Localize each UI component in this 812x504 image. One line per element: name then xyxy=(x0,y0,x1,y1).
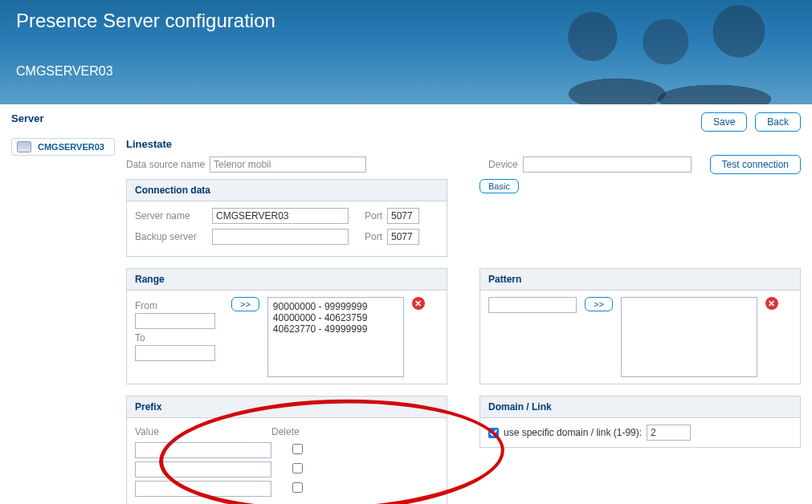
device-input[interactable] xyxy=(523,156,692,173)
range-to-input[interactable] xyxy=(135,345,215,361)
pattern-list[interactable] xyxy=(621,297,757,377)
prefix-value-input[interactable] xyxy=(135,442,271,458)
page-title: Presence Server configuration xyxy=(16,10,796,32)
pattern-panel: Pattern >> ✕ xyxy=(479,268,801,384)
domain-panel: Domain / Link use specific domain / link… xyxy=(479,396,801,448)
port1-input[interactable] xyxy=(387,208,419,224)
prefix-row xyxy=(135,460,324,479)
domain-checkbox[interactable] xyxy=(488,428,499,438)
data-source-input[interactable] xyxy=(210,156,366,173)
server-name-input[interactable] xyxy=(212,208,349,224)
prefix-row xyxy=(135,441,324,460)
domain-panel-title: Domain / Link xyxy=(480,396,800,418)
range-from-label: From xyxy=(135,300,223,311)
data-source-label: Data source name xyxy=(126,159,205,170)
range-list-item[interactable]: 40623770 - 49999999 xyxy=(273,323,398,335)
prefix-delete-header: Delete xyxy=(271,425,324,441)
range-add-button[interactable]: >> xyxy=(231,297,259,311)
server-name-label: Server name xyxy=(135,210,207,222)
backup-server-input[interactable] xyxy=(212,229,349,245)
range-panel-title: Range xyxy=(127,269,447,291)
range-to-label: To xyxy=(135,332,223,343)
server-list-item[interactable]: CMGSERVER03 xyxy=(11,138,115,156)
range-list-item[interactable]: 40000000 - 40623759 xyxy=(273,312,398,323)
port2-input[interactable] xyxy=(387,229,419,245)
banner: Presence Server configuration CMGSERVER0… xyxy=(0,0,812,104)
range-list[interactable]: 90000000 - 9999999940000000 - 4062375940… xyxy=(267,297,404,377)
pattern-input[interactable] xyxy=(488,297,577,313)
prefix-delete-checkbox[interactable] xyxy=(292,463,303,474)
range-delete-icon[interactable]: ✕ xyxy=(412,297,425,310)
range-panel: Range From To >> 90000000 - 999999994000… xyxy=(126,268,447,384)
prefix-value-input[interactable] xyxy=(135,481,271,497)
server-icon xyxy=(17,141,31,152)
prefix-value-header: Value xyxy=(135,425,271,441)
prefix-delete-checkbox[interactable] xyxy=(292,482,303,493)
back-button[interactable]: Back xyxy=(755,112,801,132)
save-button[interactable]: Save xyxy=(701,112,747,132)
prefix-delete-checkbox[interactable] xyxy=(292,444,303,454)
range-list-item[interactable]: 90000000 - 99999999 xyxy=(273,301,398,312)
pattern-add-button[interactable]: >> xyxy=(585,297,613,311)
prefix-panel-title: Prefix xyxy=(127,396,447,418)
domain-value-input[interactable] xyxy=(647,425,691,441)
linestate-title: Linestate xyxy=(126,138,801,150)
port2-label: Port xyxy=(365,231,382,242)
basic-button[interactable]: Basic xyxy=(479,179,519,193)
port1-label: Port xyxy=(365,210,382,222)
range-from-input[interactable] xyxy=(135,313,215,329)
test-connection-button[interactable]: Test connection xyxy=(710,155,801,174)
connection-panel-title: Connection data xyxy=(127,180,447,201)
prefix-value-input[interactable] xyxy=(135,461,271,478)
pattern-delete-icon[interactable]: ✕ xyxy=(765,297,778,310)
server-item-label: CMGSERVER03 xyxy=(38,142,104,152)
prefix-panel: Prefix Value Delete xyxy=(126,396,447,504)
backup-server-label: Backup server xyxy=(135,231,207,242)
connection-panel: Connection data Server name Port Backup … xyxy=(126,179,447,257)
page-subtitle: CMGSERVER03 xyxy=(16,64,796,79)
server-heading: Server xyxy=(11,112,43,124)
device-label: Device xyxy=(488,159,518,170)
prefix-row xyxy=(135,479,324,498)
pattern-panel-title: Pattern xyxy=(480,269,800,291)
domain-checkbox-label: use specific domain / link (1-99): xyxy=(504,427,642,438)
